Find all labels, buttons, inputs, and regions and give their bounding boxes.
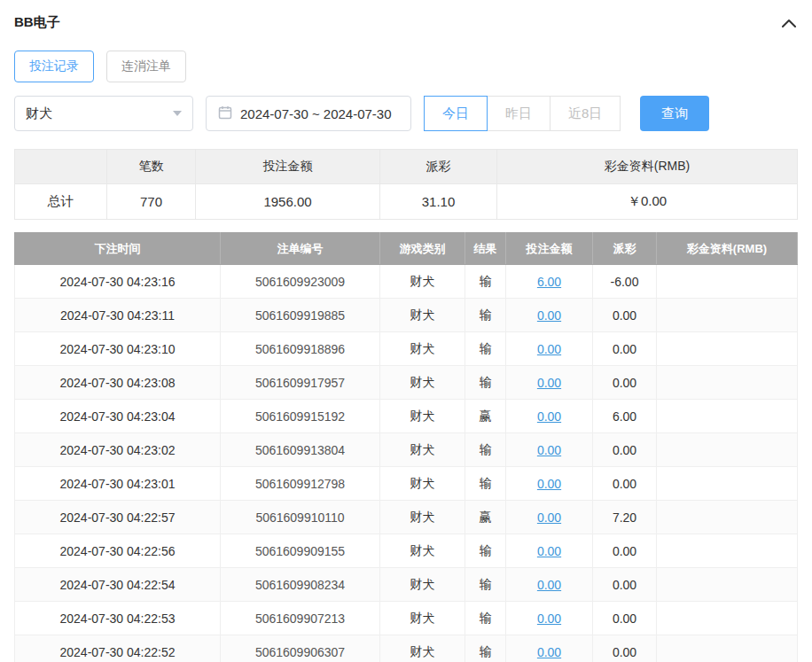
summary-total-bet-amount: 1956.00 [196,184,380,220]
result-cell: 输 [465,265,506,299]
summary-total-count: 770 [107,184,196,220]
payout-cell: 0.00 [593,602,657,635]
order-number-cell: 5061609909155 [221,534,380,568]
summary-total-row: 总计 770 1956.00 31.10 ￥0.00 [15,184,798,220]
chevron-down-icon [173,111,182,116]
bet-time-cell: 2024-07-30 04:23:04 [15,400,221,433]
bet-time-cell: 2024-07-30 04:23:01 [15,467,221,501]
table-row: 2024-07-30 04:23:02 5061609913804 财犬 输 0… [15,433,798,467]
order-number-cell: 5061609912798 [221,467,380,501]
tab-bet-records[interactable]: 投注记录 [14,51,94,82]
bet-amount-cell: 0.00 [506,433,593,467]
bet-amount-link[interactable]: 0.00 [537,308,561,323]
quick-btn-last-8-days[interactable]: 近8日 [550,96,621,131]
col-header-result: 结果 [465,233,506,265]
game-type-cell: 财犬 [380,299,465,332]
result-cell: 输 [465,366,506,400]
summary-header-payout: 派彩 [380,150,497,184]
result-cell: 输 [465,332,506,366]
bet-table-header-row: 下注时间 注单编号 游戏类别 结果 投注金额 派彩 彩金资料(RMB) [15,233,798,265]
bet-records-panel: BB电子 投注记录 连消注单 财犬 2024-07-30 ~ 2024-07-3… [0,0,812,662]
jackpot-cell [657,467,798,501]
payout-cell: -6.00 [593,265,657,299]
col-header-payout: 派彩 [593,233,657,265]
bet-amount-link[interactable]: 0.00 [537,342,561,356]
summary-total-label: 总计 [15,184,107,220]
jackpot-cell [657,366,798,400]
payout-cell: 0.00 [593,635,657,662]
order-number-cell: 5061609910110 [221,501,380,534]
jackpot-cell [657,265,798,299]
table-row: 2024-07-30 04:23:04 5061609915192 财犬 赢 0… [15,400,798,433]
order-number-cell: 5061609915192 [221,400,380,433]
game-type-cell: 财犬 [380,265,465,299]
game-type-cell: 财犬 [380,332,465,366]
game-type-cell: 财犬 [380,568,465,602]
jackpot-cell [657,534,798,568]
order-number-cell: 5061609906307 [221,635,380,662]
order-number-cell: 5061609923009 [221,265,380,299]
tab-cancelled-orders[interactable]: 连消注单 [106,51,186,82]
table-row: 2024-07-30 04:23:10 5061609918896 财犬 输 0… [15,332,798,366]
table-row: 2024-07-30 04:23:08 5061609917957 财犬 输 0… [15,366,798,400]
result-cell: 输 [465,602,506,635]
bet-amount-link[interactable]: 0.00 [537,578,561,592]
bet-time-cell: 2024-07-30 04:22:56 [15,534,221,568]
bet-amount-cell: 0.00 [506,501,593,534]
table-row: 2024-07-30 04:22:53 5061609907213 财犬 输 0… [15,602,798,635]
table-row: 2024-07-30 04:22:56 5061609909155 财犬 输 0… [15,534,798,568]
payout-cell: 0.00 [593,366,657,400]
result-cell: 输 [465,433,506,467]
bet-amount-cell: 0.00 [506,299,593,332]
bet-amount-link[interactable]: 0.00 [537,376,561,390]
chevron-up-icon [782,17,796,30]
bet-time-cell: 2024-07-30 04:22:54 [15,568,221,602]
bet-time-cell: 2024-07-30 04:22:52 [15,635,221,662]
result-cell: 输 [465,635,506,662]
payout-cell: 0.00 [593,467,657,501]
bet-amount-cell: 0.00 [506,635,593,662]
game-type-cell: 财犬 [380,467,465,501]
game-select[interactable]: 财犬 [14,96,193,131]
bet-amount-cell: 0.00 [506,366,593,400]
bet-amount-link[interactable]: 0.00 [537,443,561,457]
collapse-button[interactable] [780,17,798,29]
bet-amount-link[interactable]: 0.00 [537,611,561,626]
order-number-cell: 5061609918896 [221,332,380,366]
table-row: 2024-07-30 04:22:57 5061609910110 财犬 赢 0… [15,501,798,534]
jackpot-cell [657,299,798,332]
jackpot-cell [657,400,798,433]
bet-amount-link[interactable]: 0.00 [537,477,561,491]
payout-cell: 0.00 [593,332,657,366]
game-type-cell: 财犬 [380,501,465,534]
bet-amount-link[interactable]: 0.00 [537,409,561,424]
filter-row: 财犬 2024-07-30 ~ 2024-07-30 今日 昨日 近8日 查询 [14,96,798,131]
payout-cell: 7.20 [593,501,657,534]
quick-btn-today[interactable]: 今日 [424,96,488,131]
bet-amount-cell: 0.00 [506,467,593,501]
bet-amount-cell: 0.00 [506,400,593,433]
game-select-value: 财犬 [26,105,52,122]
search-button[interactable]: 查询 [640,96,709,131]
game-type-cell: 财犬 [380,366,465,400]
summary-total-payout: 31.10 [380,184,497,220]
order-number-cell: 5061609907213 [221,602,380,635]
col-header-game-type: 游戏类别 [380,233,465,265]
bet-amount-link[interactable]: 0.00 [537,645,561,659]
bet-time-cell: 2024-07-30 04:23:08 [15,366,221,400]
result-cell: 输 [465,568,506,602]
bet-time-cell: 2024-07-30 04:23:02 [15,433,221,467]
bet-time-cell: 2024-07-30 04:23:11 [15,299,221,332]
date-range-picker[interactable]: 2024-07-30 ~ 2024-07-30 [206,96,411,131]
table-row: 2024-07-30 04:23:16 5061609923009 财犬 输 6… [15,265,798,299]
quick-btn-yesterday[interactable]: 昨日 [487,96,550,131]
summary-header-empty [15,150,107,184]
bet-amount-link[interactable]: 0.00 [537,510,561,525]
bet-amount-link[interactable]: 0.00 [537,544,561,558]
game-type-cell: 财犬 [380,534,465,568]
payout-cell: 0.00 [593,299,657,332]
bet-amount-cell: 0.00 [506,332,593,366]
summary-header-row: 笔数 投注金额 派彩 彩金资料(RMB) [15,150,798,184]
bet-amount-link[interactable]: 6.00 [537,275,561,289]
col-header-jackpot: 彩金资料(RMB) [657,233,798,265]
